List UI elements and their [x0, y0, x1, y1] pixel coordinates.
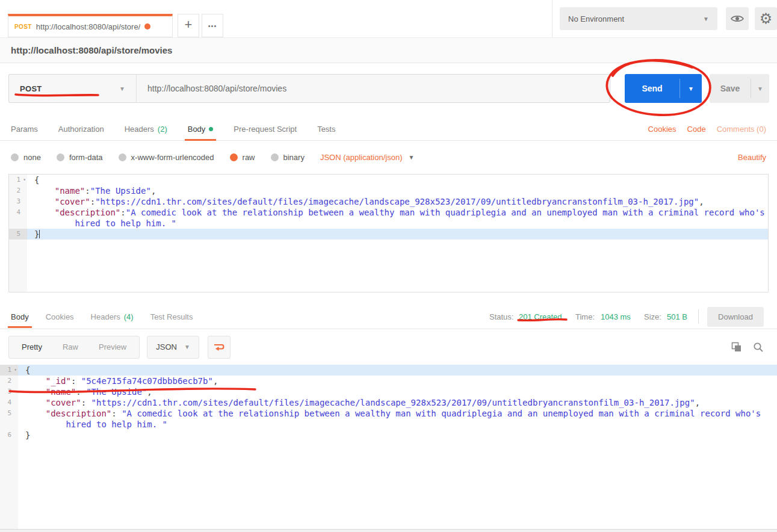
code-line: hired to help him. ": [9, 218, 768, 229]
code-text: "cover": "https://cdn1.thr.com/sites/def…: [18, 397, 777, 408]
code-link[interactable]: Code: [687, 125, 706, 134]
code-text: {: [18, 365, 777, 376]
size-value: 501 B: [667, 304, 687, 329]
line-number: 3: [0, 386, 18, 397]
radio-selected-icon: [230, 153, 238, 161]
body-type-raw[interactable]: raw: [230, 153, 255, 162]
tab-headers[interactable]: Headers (2): [125, 118, 167, 141]
code-text: }: [18, 430, 777, 441]
code-line: 1▾{: [9, 175, 768, 185]
response-language-label: JSON: [156, 342, 177, 351]
line-number: 1▾: [9, 175, 27, 185]
tab-headers-label: Headers: [125, 125, 154, 134]
content-type-dropdown[interactable]: JSON (application/json) ▼: [320, 153, 414, 162]
unsaved-changes-dot-icon: [144, 23, 150, 29]
code-text: "description": "A comedic look at the re…: [18, 408, 777, 419]
body-type-raw-label: raw: [243, 153, 255, 162]
response-header: Body Cookies Headers (4) Test Results St…: [0, 304, 777, 329]
code-line: 3 "cover":"https://cdn1.thr.com/sites/de…: [9, 196, 768, 207]
body-type-binary[interactable]: binary: [271, 153, 305, 162]
wrap-lines-button[interactable]: [208, 336, 231, 359]
more-tabs-button[interactable]: •••: [202, 14, 223, 37]
url-value: http://localhost:8080/api/store/movies: [147, 84, 286, 93]
send-label: Send: [625, 74, 679, 103]
chevron-down-icon: ▼: [184, 344, 190, 350]
request-body-editor[interactable]: 1▾{2 "name":"The Upside",3 "cover":"http…: [8, 174, 769, 292]
code-line: hired to help him. ": [0, 419, 777, 430]
code-text: "cover":"https://cdn1.thr.com/sites/defa…: [27, 196, 768, 207]
code-text: "name": "The Upside",: [18, 386, 777, 397]
tab-body-label: Body: [188, 125, 206, 134]
environment-select[interactable]: No Environment ▼: [560, 7, 717, 30]
code-line: 1▾{: [0, 365, 777, 376]
time-value: 1043 ms: [601, 304, 631, 329]
response-body-editor[interactable]: 1▾{2 "_id": "5c4e715fa74c07dbbb6ecb7b",3…: [0, 365, 777, 529]
view-pretty[interactable]: Pretty: [11, 342, 52, 351]
beautify-link[interactable]: Beautify: [738, 153, 766, 162]
environment-quick-look-button[interactable]: [726, 7, 749, 30]
tab-authorization[interactable]: Authorization: [58, 118, 104, 141]
view-raw[interactable]: Raw: [52, 342, 88, 351]
response-headers-count-badge: (4): [124, 312, 134, 321]
url-input[interactable]: http://localhost:8080/api/store/movies: [137, 74, 610, 103]
fold-caret-icon[interactable]: ▾: [20, 175, 26, 185]
save-options-button[interactable]: ▼: [751, 74, 769, 103]
code-text: }: [27, 229, 768, 240]
body-type-urlencoded[interactable]: x-www-form-urlencoded: [119, 153, 214, 162]
tab-pre-request-label: Pre-request Script: [234, 125, 297, 134]
method-dropdown[interactable]: POST ▼: [8, 74, 137, 103]
copy-icon[interactable]: [731, 342, 742, 353]
body-type-none[interactable]: none: [11, 153, 41, 162]
content-type-label: JSON (application/json): [320, 153, 403, 162]
page-title: http://localhost:8080/api/store/movies: [11, 45, 172, 55]
new-tab-button[interactable]: +: [178, 14, 199, 37]
wrap-lines-icon: [212, 342, 226, 353]
response-tab-body[interactable]: Body: [11, 305, 29, 328]
code-line: 2 "_id": "5c4e715fa74c07dbbb6ecb7b",: [0, 376, 777, 386]
code-line: 4 "description":"A comedic look at the r…: [9, 207, 768, 218]
response-tab-headers-label: Headers: [91, 312, 120, 321]
save-button[interactable]: Save ▼: [710, 74, 769, 103]
line-number: 2: [0, 376, 18, 386]
view-mode-segmented-control: Pretty Raw Preview: [8, 336, 140, 359]
comments-link[interactable]: Comments (0): [717, 125, 766, 134]
tab-pre-request-script[interactable]: Pre-request Script: [234, 118, 297, 141]
status-label: Status:: [489, 304, 513, 329]
line-number: [9, 218, 27, 229]
response-tab-test-results[interactable]: Test Results: [150, 304, 193, 329]
line-number: 5: [9, 229, 27, 240]
tab-params[interactable]: Params: [11, 118, 38, 141]
radio-icon: [57, 153, 64, 161]
body-type-form-data[interactable]: form-data: [57, 153, 103, 162]
code-line: 4 "cover": "https://cdn1.thr.com/sites/d…: [0, 397, 777, 408]
code-line: 2 "name":"The Upside",: [9, 185, 768, 196]
fold-caret-icon[interactable]: ▾: [11, 365, 17, 376]
chevron-down-icon: ▼: [408, 154, 414, 161]
response-tab-headers[interactable]: Headers (4): [91, 304, 134, 329]
response-tab-cookies[interactable]: Cookies: [46, 304, 74, 329]
tab-body[interactable]: Body: [188, 118, 214, 141]
line-number: 4: [9, 207, 27, 218]
view-preview[interactable]: Preview: [88, 342, 137, 351]
send-button[interactable]: Send ▼: [625, 74, 702, 103]
response-language-dropdown[interactable]: JSON ▼: [147, 336, 199, 359]
radio-icon: [119, 153, 126, 161]
topbar-divider: [552, 0, 553, 37]
code-text: {: [27, 175, 768, 185]
code-text: "_id": "5c4e715fa74c07dbbb6ecb7b",: [18, 376, 777, 386]
send-options-button[interactable]: ▼: [680, 74, 702, 103]
body-has-content-dot-icon: [209, 127, 213, 131]
bottom-strip: [0, 530, 777, 532]
environment-label: No Environment: [568, 14, 624, 23]
download-button[interactable]: Download: [707, 307, 764, 327]
settings-button[interactable]: ⚙: [755, 7, 777, 30]
line-number: 1▾: [0, 365, 18, 376]
size-label: Size:: [644, 304, 661, 329]
search-icon[interactable]: [753, 342, 764, 353]
tab-tests[interactable]: Tests: [317, 118, 335, 141]
tab-url-label: http://localhost:8080/api/store/: [36, 22, 140, 31]
code-line: 6}: [0, 430, 777, 441]
tab-method-badge: POST: [14, 23, 32, 30]
cookies-link[interactable]: Cookies: [648, 125, 676, 134]
request-tab[interactable]: POST http://localhost:8080/api/store/: [8, 14, 173, 37]
